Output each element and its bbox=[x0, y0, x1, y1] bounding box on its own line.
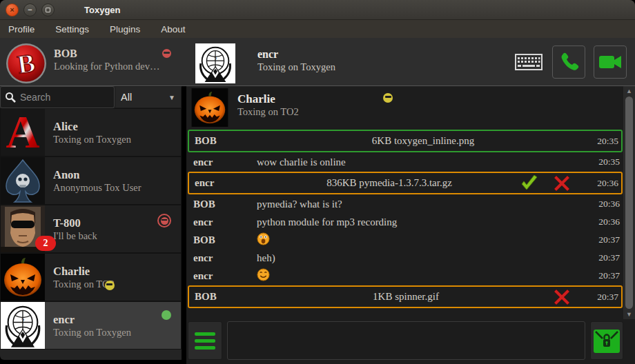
message-input[interactable] bbox=[227, 321, 585, 360]
alice-avatar-letter-a bbox=[1, 109, 45, 156]
contact-row-encr[interactable]: encr Toxing on Toxygen bbox=[0, 301, 182, 350]
file-name-label: 6KB toxygen_inline.png bbox=[258, 135, 588, 147]
text-message: BOB pymedia? what is it? 20:36 bbox=[188, 195, 623, 213]
active-friend-name: encr bbox=[257, 48, 335, 61]
message-time: 20:36 bbox=[589, 199, 620, 210]
chevron-down-icon: ▼ bbox=[168, 94, 175, 101]
menu-bar: Profile Settings Plugins About bbox=[0, 20, 635, 38]
screen-keyboard-button[interactable] bbox=[514, 50, 544, 74]
window-title: Toxygen bbox=[84, 5, 121, 15]
message-text bbox=[257, 268, 589, 284]
chat-column: Charlie Toxing on TO2 BOB 6KB toxygen_in… bbox=[186, 86, 635, 364]
contact-name: Alice bbox=[53, 120, 131, 134]
contact-name: Anon bbox=[53, 168, 141, 182]
text-message: encr python module for mp3 recording 20:… bbox=[188, 213, 623, 231]
toxygen-window: × − Toxygen Profile Settings Plugins Abo… bbox=[0, 0, 635, 364]
smiling-face-emoji bbox=[257, 268, 270, 281]
self-avatar-bob bbox=[6, 43, 47, 84]
file-transfer-message: BOB 1KB spinner.gif 20:37 bbox=[188, 285, 623, 308]
chat-header-away-icon bbox=[383, 93, 393, 103]
message-list: Charlie Toxing on TO2 BOB 6KB toxygen_in… bbox=[186, 86, 623, 319]
active-friend-card: encr Toxing on Toxygen bbox=[186, 40, 514, 83]
scrollbar-thumb[interactable] bbox=[625, 97, 633, 309]
search-input[interactable] bbox=[20, 92, 103, 103]
self-busy-status-icon bbox=[162, 49, 171, 58]
encr-avatar-anonymous bbox=[1, 302, 45, 349]
contact-status-message: Toxing on Toxygen bbox=[53, 327, 131, 338]
encrypted-send-lock-icon bbox=[592, 327, 621, 354]
busy-status-icon bbox=[157, 214, 171, 228]
menu-profile[interactable]: Profile bbox=[8, 24, 35, 34]
contact-filter-dropdown[interactable]: All ▼ bbox=[115, 86, 182, 108]
messages-scrollbar[interactable]: ▲ ▼ bbox=[623, 86, 635, 319]
smiley-message: BOB 20:37 bbox=[188, 231, 623, 249]
accept-file-button[interactable] bbox=[520, 175, 538, 192]
message-time: 20:37 bbox=[589, 252, 620, 263]
main-body: All ▼ Alice Toxing on Toxygen Anon A bbox=[0, 86, 635, 364]
scroll-down-arrow[interactable]: ▼ bbox=[626, 310, 632, 318]
away-status-icon bbox=[105, 281, 115, 290]
hamburger-icon bbox=[195, 332, 215, 336]
text-message: encr heh) 20:37 bbox=[188, 249, 623, 267]
send-message-button[interactable] bbox=[590, 321, 623, 360]
contact-filter-value: All bbox=[121, 92, 132, 103]
search-row: All ▼ bbox=[0, 86, 182, 108]
decline-file-button[interactable] bbox=[554, 175, 570, 192]
smiley-message: encr 20:37 bbox=[188, 267, 623, 285]
file-name-label: 836KB pymedia-1.3.7.3.tar.gz bbox=[258, 177, 520, 189]
messages-area: Charlie Toxing on TO2 BOB 6KB toxygen_in… bbox=[186, 86, 635, 319]
anon-avatar-spade-skull bbox=[1, 157, 45, 204]
title-bar: × − Toxygen bbox=[0, 0, 635, 20]
message-author: encr bbox=[195, 177, 258, 189]
maximize-window-button[interactable] bbox=[41, 3, 55, 17]
cancel-file-button[interactable] bbox=[554, 289, 570, 305]
scroll-up-arrow[interactable]: ▲ bbox=[626, 87, 632, 95]
message-input-bar bbox=[186, 319, 635, 364]
chat-menu-button[interactable] bbox=[188, 321, 222, 360]
message-time: 20:37 bbox=[588, 292, 618, 303]
message-text: heh) bbox=[257, 252, 589, 264]
message-author: encr bbox=[193, 216, 257, 228]
message-author: encr bbox=[193, 270, 257, 282]
phone-icon bbox=[557, 50, 580, 74]
message-time: 20:37 bbox=[589, 270, 620, 281]
message-time: 20:37 bbox=[589, 234, 620, 245]
video-camera-icon bbox=[598, 52, 623, 72]
online-status-icon bbox=[162, 310, 171, 320]
message-time: 20:36 bbox=[588, 178, 618, 189]
message-time: 20:36 bbox=[589, 216, 620, 228]
message-author: BOB bbox=[193, 199, 257, 210]
sidebar-divider bbox=[182, 86, 186, 364]
contact-name: encr bbox=[53, 313, 131, 327]
contact-name: T-800 bbox=[53, 216, 97, 230]
menu-plugins[interactable]: Plugins bbox=[110, 24, 140, 34]
top-panel: BOB Looking for Python dev… encr Toxing … bbox=[0, 38, 635, 86]
contact-row-alice[interactable]: Alice Toxing on Toxygen bbox=[0, 108, 182, 156]
contact-row-charlie[interactable]: Charlie Toxing on TO2 bbox=[0, 253, 182, 301]
message-time: 20:35 bbox=[588, 136, 618, 147]
unread-count-badge: 2 bbox=[35, 236, 56, 251]
chat-contact-header: Charlie Toxing on TO2 bbox=[188, 88, 623, 129]
message-text: pymedia? what is it? bbox=[257, 199, 589, 210]
menu-settings[interactable]: Settings bbox=[55, 24, 89, 34]
contact-status-message: I'll be back bbox=[53, 230, 97, 242]
close-window-button[interactable]: × bbox=[6, 3, 19, 17]
contact-row-t800[interactable]: T-800 I'll be back 2 bbox=[0, 205, 182, 253]
contact-row-anon[interactable]: Anon Anonymous Tox User bbox=[0, 156, 182, 205]
audio-call-button[interactable] bbox=[552, 46, 585, 79]
minimize-window-button[interactable]: − bbox=[23, 3, 37, 17]
message-time: 20:35 bbox=[589, 156, 620, 168]
active-friend-avatar-anonymous bbox=[195, 43, 235, 83]
menu-about[interactable]: About bbox=[161, 24, 185, 34]
chat-header-status-message: Toxing on TO2 bbox=[237, 105, 351, 119]
message-author: encr bbox=[193, 252, 257, 264]
video-call-button[interactable] bbox=[594, 46, 627, 79]
shocked-face-emoji bbox=[257, 232, 270, 245]
contact-status-message: Toxing on Toxygen bbox=[53, 134, 131, 145]
call-controls bbox=[514, 46, 635, 79]
active-friend-status-message: Toxing on Toxygen bbox=[257, 61, 335, 74]
chat-header-name: Charlie bbox=[237, 92, 351, 105]
self-profile-card[interactable]: BOB Looking for Python dev… bbox=[0, 39, 186, 84]
message-author: BOB bbox=[195, 135, 258, 147]
file-transfer-message: encr 836KB pymedia-1.3.7.3.tar.gz 20:36 bbox=[188, 172, 623, 194]
